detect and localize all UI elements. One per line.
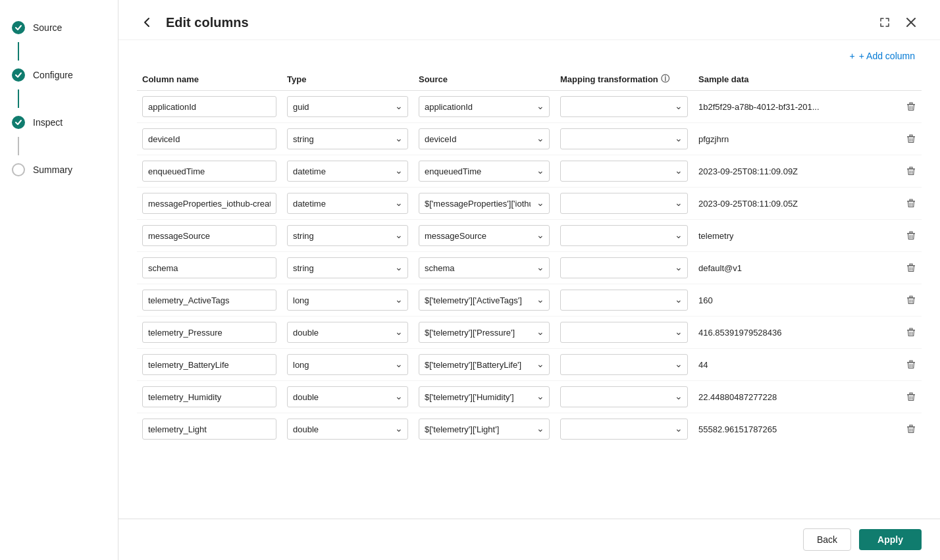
mapping-select[interactable]: NoneCustom xyxy=(560,225,688,246)
source-select[interactable]: $['telemetry']['Pressure'] xyxy=(419,322,550,343)
column-name-input[interactable] xyxy=(142,96,276,117)
column-name-input[interactable] xyxy=(142,257,276,278)
mapping-select[interactable]: NoneCustom xyxy=(560,257,688,278)
column-name-input[interactable] xyxy=(142,290,276,311)
column-name-input[interactable] xyxy=(142,161,276,182)
type-select[interactable]: guidstringdatetimelongdoubleintegerboole… xyxy=(287,96,408,117)
sample-data: 160 xyxy=(698,295,713,305)
mapping-select[interactable]: NoneCustom xyxy=(560,96,688,117)
mapping-select[interactable]: NoneCustom xyxy=(560,193,688,214)
column-name-input[interactable] xyxy=(142,225,276,246)
sidebar-item-inspect[interactable]: Inspect xyxy=(0,108,118,137)
source-select[interactable]: applicationId xyxy=(419,96,550,117)
type-select[interactable]: guidstringdatetimelongdoubleintegerboole… xyxy=(287,257,408,278)
source-select[interactable]: enqueuedTime xyxy=(419,161,550,182)
sidebar-item-configure[interactable]: Configure xyxy=(0,61,118,89)
header-actions xyxy=(874,12,922,33)
source-select[interactable]: $['telemetry']['ActiveTags'] xyxy=(419,290,550,311)
sidebar-label-configure: Configure xyxy=(33,70,73,80)
back-nav-button[interactable] xyxy=(137,12,158,33)
header-actions xyxy=(895,73,922,85)
column-name-input[interactable] xyxy=(142,386,276,407)
type-select[interactable]: guidstringdatetimelongdoubleintegerboole… xyxy=(287,322,408,343)
type-select[interactable]: guidstringdatetimelongdoubleintegerboole… xyxy=(287,193,408,214)
table-row: guidstringdatetimelongdoubleintegerboole… xyxy=(137,317,922,349)
sidebar-label-inspect: Inspect xyxy=(33,117,63,128)
connector-2 xyxy=(18,89,19,108)
source-select[interactable]: messageSource xyxy=(419,225,550,246)
connector-3 xyxy=(18,137,19,155)
column-name-input[interactable] xyxy=(142,322,276,343)
sidebar-label-source: Source xyxy=(33,22,62,33)
header: Edit columns xyxy=(118,0,940,40)
column-name-input[interactable] xyxy=(142,128,276,149)
mapping-select[interactable]: NoneCustom xyxy=(560,419,688,440)
add-column-icon: + xyxy=(850,51,855,61)
delete-row-button[interactable] xyxy=(901,386,922,407)
type-select[interactable]: guidstringdatetimelongdoubleintegerboole… xyxy=(287,386,408,407)
type-select[interactable]: guidstringdatetimelongdoubleintegerboole… xyxy=(287,290,408,311)
delete-row-button[interactable] xyxy=(901,193,922,214)
delete-row-button[interactable] xyxy=(901,128,922,149)
header-type: Type xyxy=(282,73,413,85)
table-headers: Column name Type Source Mapping transfor… xyxy=(137,69,922,91)
delete-row-button[interactable] xyxy=(901,419,922,440)
apply-button[interactable]: Apply xyxy=(859,529,922,550)
type-select[interactable]: guidstringdatetimelongdoubleintegerboole… xyxy=(287,225,408,246)
delete-row-button[interactable] xyxy=(901,225,922,246)
delete-row-button[interactable] xyxy=(901,354,922,375)
header-sample: Sample data xyxy=(693,73,895,85)
step-icon-source xyxy=(12,21,25,34)
expand-button[interactable] xyxy=(874,12,895,33)
footer: Back Apply xyxy=(118,519,940,560)
back-button[interactable]: Back xyxy=(803,528,851,551)
sidebar-item-source[interactable]: Source xyxy=(0,13,118,42)
source-select[interactable]: $['telemetry']['Light'] xyxy=(419,419,550,440)
type-select[interactable]: guidstringdatetimelongdoubleintegerboole… xyxy=(287,161,408,182)
table-row: guidstringdatetimelongdoubleintegerboole… xyxy=(137,381,922,413)
source-select[interactable]: deviceId xyxy=(419,128,550,149)
table-row: guidstringdatetimelongdoubleintegerboole… xyxy=(137,252,922,284)
column-name-input[interactable] xyxy=(142,354,276,375)
column-name-input[interactable] xyxy=(142,419,276,440)
header-column-name: Column name xyxy=(137,73,282,85)
mapping-info-icon: ⓘ xyxy=(661,73,669,85)
sidebar-item-summary[interactable]: Summary xyxy=(0,155,118,184)
delete-row-button[interactable] xyxy=(901,96,922,117)
sample-data: default@v1 xyxy=(698,263,742,273)
mapping-select[interactable]: NoneCustom xyxy=(560,161,688,182)
sample-data: 22.44880487277228 xyxy=(698,392,777,402)
source-select[interactable]: schema xyxy=(419,257,550,278)
table-row: guidstringdatetimelongdoubleintegerboole… xyxy=(137,155,922,188)
column-name-input[interactable] xyxy=(142,193,276,214)
table-area[interactable]: Column name Type Source Mapping transfor… xyxy=(118,69,940,519)
sample-data: 416.85391979528436 xyxy=(698,328,782,338)
step-icon-summary xyxy=(12,163,25,176)
delete-row-button[interactable] xyxy=(901,322,922,343)
delete-row-button[interactable] xyxy=(901,290,922,311)
sample-data: 44 xyxy=(698,360,708,370)
mapping-select[interactable]: NoneCustom xyxy=(560,354,688,375)
mapping-select[interactable]: NoneCustom xyxy=(560,386,688,407)
close-button[interactable] xyxy=(901,12,922,33)
delete-row-button[interactable] xyxy=(901,161,922,182)
type-select[interactable]: guidstringdatetimelongdoubleintegerboole… xyxy=(287,354,408,375)
table-rows: guidstringdatetimelongdoubleintegerboole… xyxy=(137,91,922,445)
type-select[interactable]: guidstringdatetimelongdoubleintegerboole… xyxy=(287,419,408,440)
mapping-select[interactable]: NoneCustom xyxy=(560,290,688,311)
sidebar: Source Configure Inspect Summary xyxy=(0,0,118,560)
source-select[interactable]: $['telemetry']['BatteryLife'] xyxy=(419,354,550,375)
sample-data: 2023-09-25T08:11:09.05Z xyxy=(698,199,798,209)
source-select[interactable]: $['telemetry']['Humidity'] xyxy=(419,386,550,407)
connector-1 xyxy=(18,42,19,61)
type-select[interactable]: guidstringdatetimelongdoubleintegerboole… xyxy=(287,128,408,149)
table-row: guidstringdatetimelongdoubleintegerboole… xyxy=(137,284,922,317)
header-mapping: Mapping transformation ⓘ xyxy=(555,73,693,85)
mapping-select[interactable]: NoneCustom xyxy=(560,322,688,343)
mapping-select[interactable]: NoneCustom xyxy=(560,128,688,149)
step-icon-inspect xyxy=(12,116,25,129)
source-select[interactable]: $['messageProperties']['iothu xyxy=(419,193,550,214)
sidebar-label-summary: Summary xyxy=(33,165,72,175)
delete-row-button[interactable] xyxy=(901,257,922,278)
add-column-button[interactable]: + + Add column xyxy=(843,47,922,65)
